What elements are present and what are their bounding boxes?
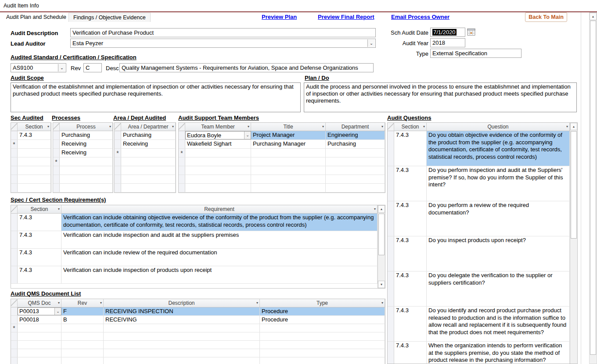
table-row[interactable]: 7.4.3 When the organization intends to p…	[388, 342, 577, 364]
header-selector-cell[interactable]	[388, 123, 394, 131]
table-row[interactable]: 7.4.3 Do you perform a review of the req…	[388, 201, 577, 236]
back-to-main-button[interactable]: Back To Main	[525, 12, 567, 22]
qms-doc-combo[interactable]: P00013 ⌄	[18, 307, 61, 315]
header-selector-cell[interactable]	[115, 123, 121, 131]
column-header-rev[interactable]: Rev ▾	[61, 299, 104, 307]
new-row[interactable]: *	[11, 140, 51, 149]
rev-field[interactable]: C	[83, 63, 102, 72]
qms-doc-table: QMS Doc ▾ Rev ▾ Description ▾ Type ▾ P00…	[11, 299, 385, 364]
sort-arrow-icon[interactable]: ▾	[47, 125, 49, 128]
column-header-area-department[interactable]: Area / Departmer ▾	[121, 123, 176, 131]
column-header-department[interactable]: Department ▾	[326, 123, 385, 131]
preview-final-report-link[interactable]: Preview Final Report	[318, 14, 374, 20]
desc-field[interactable]: Quality Management Systems - Requirement…	[119, 63, 374, 72]
scrollbar-thumb[interactable]	[378, 214, 385, 255]
new-row-marker[interactable]: *	[11, 140, 18, 148]
new-row-marker[interactable]: *	[179, 149, 185, 157]
column-header-qms-doc[interactable]: QMS Doc ▾	[18, 299, 61, 307]
header-selector-cell[interactable]	[11, 299, 18, 307]
scrollbar-thumb[interactable]	[590, 21, 596, 355]
sort-arrow-icon[interactable]: ▾	[100, 301, 102, 305]
header-selector-cell[interactable]	[179, 123, 185, 131]
new-row-marker[interactable]: *	[53, 157, 60, 166]
table-row[interactable]: Wakefield Sighart Purchasing Manager Pur…	[179, 140, 385, 149]
sort-arrow-icon[interactable]: ▾	[172, 125, 174, 128]
chevron-down-icon[interactable]: ⌄	[54, 308, 61, 315]
table-row[interactable]: 7.4.3 Verification can include inspectio…	[11, 231, 385, 249]
new-row[interactable]: *	[11, 324, 385, 332]
column-header-section[interactable]: Section ▾	[18, 205, 61, 213]
tab-audit-plan-and-schedule[interactable]: Audit Plan and Schedule	[2, 13, 71, 21]
new-row[interactable]: *	[53, 157, 113, 166]
audited-standard-heading: Audited Standard / Certification / Speci…	[11, 54, 137, 61]
type-field[interactable]: External Specification	[430, 49, 521, 58]
sort-arrow-icon[interactable]: ▾	[322, 125, 324, 128]
table-row[interactable]: 7.4.3 Verification can include review of…	[11, 249, 385, 266]
table-row-selected[interactable]: 7.4.3 Verification can include obtaining…	[11, 214, 385, 231]
plan-do-field[interactable]: Audit the process and personnel involved…	[304, 82, 577, 112]
table-row[interactable]: Purchasing	[53, 131, 113, 140]
tab-findings-objective-evidence[interactable]: Findings / Objective Evidence	[68, 13, 151, 22]
table-row[interactable]: 7.4.3	[11, 131, 51, 140]
sec-audited-heading: Sec Audited	[11, 114, 43, 121]
email-process-owner-link[interactable]: Email Process Owner	[391, 14, 450, 20]
table-row[interactable]: Receiving Inspection	[53, 140, 113, 149]
audit-year-field[interactable]: 2018	[430, 38, 465, 47]
sort-arrow-icon[interactable]: ▾	[58, 301, 60, 305]
header-selector-cell[interactable]	[53, 123, 60, 131]
table-row-selected[interactable]: 7.4.3 Do you obtain objective evidence o…	[388, 131, 577, 166]
new-row-marker[interactable]: *	[11, 324, 18, 332]
sort-arrow-icon[interactable]: ▾	[256, 301, 258, 305]
new-row-marker[interactable]: *	[115, 149, 121, 157]
column-header-title[interactable]: Title ▾	[251, 123, 326, 131]
audit-description-field[interactable]: Verification of Purchase Product	[70, 28, 376, 37]
table-row-selected[interactable]: P00013 ⌄ F RECEIVING INSPECTION Procedur…	[11, 307, 385, 316]
scrollbar-thumb[interactable]	[571, 131, 577, 239]
column-header-section[interactable]: Section ▾	[394, 123, 427, 131]
column-header-question[interactable]: Question ▾	[427, 123, 570, 131]
table-row[interactable]: Purchasing	[115, 131, 176, 140]
new-row[interactable]: *	[115, 149, 176, 157]
column-header-requirement[interactable]: Requirement ▾	[61, 205, 378, 213]
new-row[interactable]: *	[179, 149, 385, 157]
preview-plan-link[interactable]: Preview Plan	[262, 14, 297, 20]
column-header-team-member[interactable]: Team Member ▾	[185, 123, 251, 131]
sort-arrow-icon[interactable]: ▾	[381, 301, 383, 305]
sort-arrow-icon[interactable]: ▾	[374, 207, 376, 211]
table-row[interactable]: 7.4.3 Do you inspect products upon recei…	[388, 236, 577, 271]
header-selector-cell[interactable]	[11, 205, 18, 213]
audit-scope-field[interactable]: Verification of the establishmnet and im…	[11, 82, 301, 112]
column-header-type[interactable]: Type ▾	[260, 299, 385, 307]
table-row[interactable]: 7.4.3 Verification can include inspectio…	[11, 266, 385, 284]
table-row[interactable]: Receiving	[53, 149, 113, 157]
table-row[interactable]: P00018 B RECEIVING Procedure	[11, 316, 385, 324]
sort-arrow-icon[interactable]: ▾	[58, 207, 60, 211]
table-row[interactable]: 7.4.3 Do you identify and record product…	[388, 307, 577, 342]
chevron-down-icon[interactable]: ⌄	[367, 39, 375, 47]
sch-audit-date-field[interactable]: 7/1/2020	[430, 28, 465, 37]
header-selector-cell[interactable]	[11, 123, 18, 131]
requirements-scrollbar[interactable]: ▲ ▼	[378, 205, 385, 288]
calendar-icon[interactable]	[467, 28, 476, 36]
questions-scrollbar[interactable]: ▲	[570, 123, 577, 364]
column-header-section[interactable]: Section ▾	[18, 123, 51, 131]
sort-arrow-icon[interactable]: ▾	[423, 125, 425, 128]
audit-scope-text: Verification of the establishmnet and im…	[13, 83, 294, 97]
table-row[interactable]: 7.4.3 Do you perform inspection and audi…	[388, 166, 577, 201]
sort-arrow-icon[interactable]: ▾	[381, 125, 383, 128]
chevron-down-icon[interactable]: ⌄	[244, 132, 251, 139]
column-header-description[interactable]: Description ▾	[104, 299, 260, 307]
column-header-process[interactable]: Process ▾	[60, 123, 113, 131]
scroll-up-button[interactable]: ▲	[590, 13, 597, 20]
table-row[interactable]: Receiving	[115, 140, 176, 149]
main-vertical-scrollbar[interactable]: ▲	[589, 12, 597, 364]
sort-arrow-icon[interactable]: ▾	[109, 125, 111, 128]
standard-combo[interactable]: AS9100 ⌄	[11, 63, 66, 72]
sort-arrow-icon[interactable]: ▾	[248, 125, 249, 128]
table-row[interactable]: 7.4.3 Do you delegate the verification t…	[388, 271, 577, 307]
sort-arrow-icon[interactable]: ▾	[566, 125, 568, 128]
team-member-combo[interactable]: Eudora Boyle ⌄	[185, 131, 251, 139]
chevron-down-icon[interactable]: ⌄	[58, 64, 65, 71]
table-row-selected[interactable]: Eudora Boyle ⌄ Project Manager Engineeri…	[179, 131, 385, 140]
lead-auditor-combo[interactable]: Esta Peyzer ⌄	[70, 39, 376, 48]
